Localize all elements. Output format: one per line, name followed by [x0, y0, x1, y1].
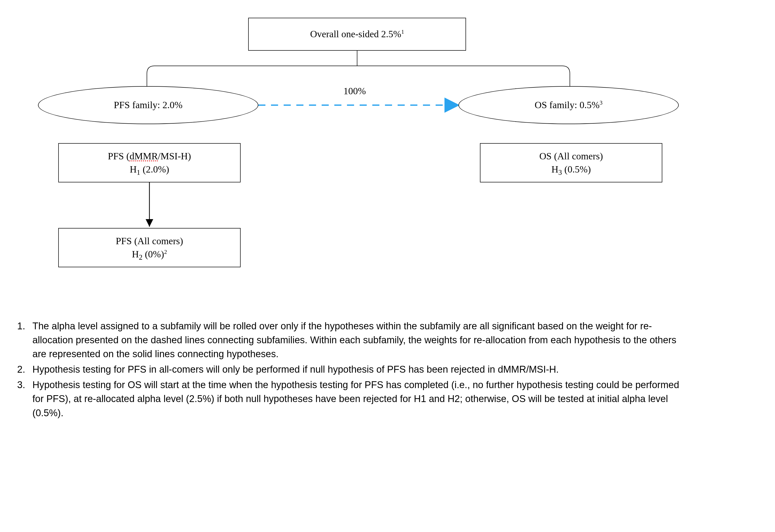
os-family-ellipse: OS family: 0.5%3: [459, 86, 679, 124]
footnotes: The alpha level assigned to a subfamily …: [10, 319, 681, 420]
overall-alpha-box: Overall one-sided 2.5%1: [248, 18, 466, 51]
os-family-text: OS family: 0.5%3: [535, 99, 603, 111]
pfs-h2-line2: H2 (0%)2: [132, 248, 167, 261]
alpha-allocation-diagram: Overall one-sided 2.5%1 PFS family: 2.0%…: [10, 10, 745, 309]
footnote-1: The alpha level assigned to a subfamily …: [28, 319, 681, 361]
os-h3-box: OS (All comers) H3 (0.5%): [480, 143, 662, 182]
pfs-h1-box: PFS (dMMR/MSI-H) H1 (2.0%): [58, 143, 241, 182]
pfs-h1-line2: H1 (2.0%): [130, 163, 169, 176]
reallocation-weight-100: 100%: [342, 85, 367, 97]
footnote-3: Hypothesis testing for OS will start at …: [28, 378, 681, 420]
pfs-h1-line1: PFS (dMMR/MSI-H): [108, 150, 191, 163]
pfs-h2-line1: PFS (All comers): [116, 234, 183, 247]
os-h3-line2: H3 (0.5%): [551, 163, 591, 176]
pfs-h2-box: PFS (All comers) H2 (0%)2: [58, 228, 241, 267]
pfs-family-text: PFS family: 2.0%: [114, 99, 182, 111]
overall-alpha-text: Overall one-sided 2.5%1: [310, 28, 404, 41]
footnote-2: Hypothesis testing for PFS in all-comers…: [28, 363, 681, 377]
pfs-family-ellipse: PFS family: 2.0%: [38, 86, 258, 124]
os-h3-line1: OS (All comers): [539, 150, 603, 163]
